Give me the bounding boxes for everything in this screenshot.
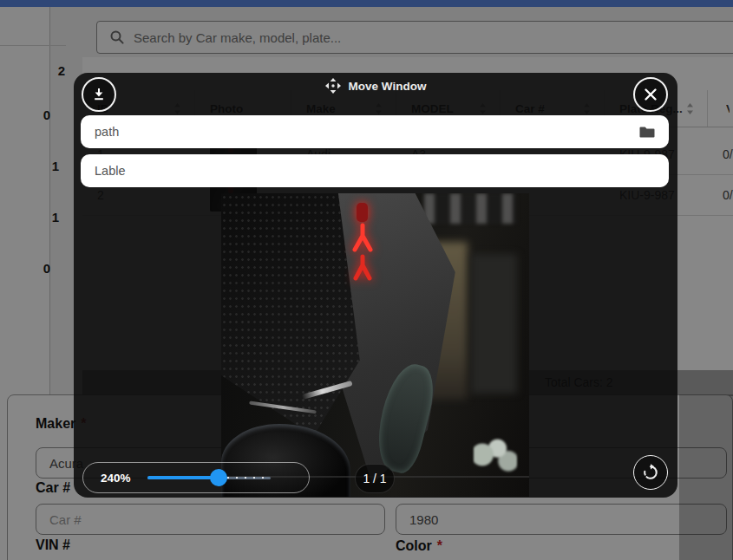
image-viewer-modal: Move Window path Lable [74, 73, 677, 498]
modal-title: Move Window [349, 80, 427, 93]
zoom-percent-label: 240% [101, 472, 141, 485]
close-icon [644, 88, 658, 101]
photo-red-emblem [341, 203, 390, 312]
photo-light-blobs [474, 433, 517, 476]
move-window-handle[interactable]: Move Window [74, 78, 677, 94]
rotate-icon [642, 464, 659, 481]
rotate-button[interactable] [633, 455, 668, 490]
move-icon [325, 78, 341, 94]
backdrop-strip [679, 394, 733, 560]
photo-background-detail [424, 193, 517, 224]
car-photo-preview[interactable] [221, 193, 529, 497]
folder-icon[interactable] [639, 125, 655, 139]
close-button[interactable] [633, 77, 668, 112]
page-counter: 1 / 1 [355, 464, 395, 493]
label-field[interactable]: Lable [81, 154, 669, 187]
zoom-control: 240% [82, 462, 310, 493]
slider-fill [147, 476, 219, 479]
zoom-slider[interactable] [147, 469, 271, 486]
slider-thumb[interactable] [210, 469, 227, 486]
path-field[interactable]: path [81, 115, 669, 148]
photo-background-detail [471, 254, 517, 394]
